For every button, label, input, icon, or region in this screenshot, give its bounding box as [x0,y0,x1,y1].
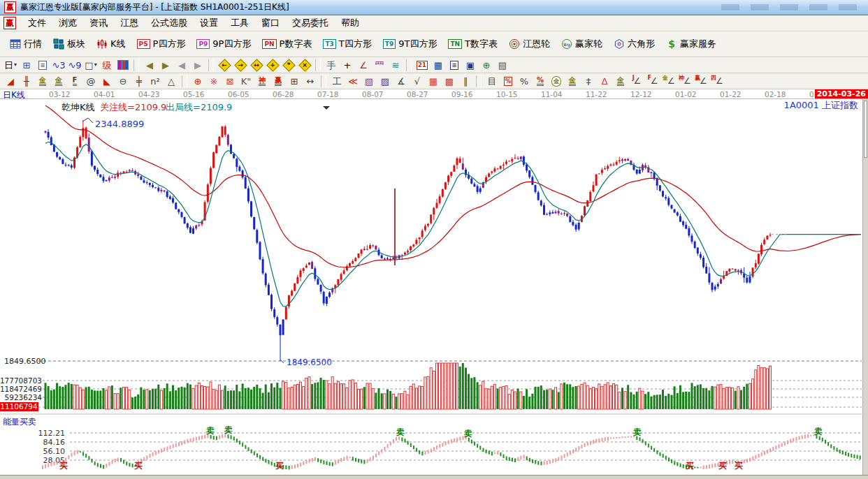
k-quote-button[interactable]: K" [238,74,254,88]
si-angle-button[interactable]: 四∠ [709,74,725,88]
nav-first-button[interactable]: ◀ [142,58,157,72]
red-grid-button[interactable]: ▦ [426,74,441,88]
volume-bar [639,388,641,409]
fan-button[interactable]: ≪ [345,74,361,88]
menu-1[interactable]: 浏览 [52,15,83,31]
menu-6[interactable]: 工具 [224,15,255,31]
t-square-button[interactable]: T3T四方形 [317,36,377,52]
gann-wheel-button[interactable]: 江恩轮 [503,36,556,52]
shen-angle-button[interactable]: 神∠ [677,74,693,88]
ying-button[interactable]: 赢 [270,74,286,88]
teal-wave-button[interactable]: ≋ [388,58,403,72]
ibeam-button[interactable]: 工 [329,74,345,88]
diamond-cross-button[interactable]: + [265,58,280,72]
percent-button[interactable]: % [516,74,532,88]
grid123-button[interactable]: ⊞ [287,74,302,88]
nav-next-button[interactable]: ▶ [190,58,205,72]
t-table-button[interactable]: TNT数字表 [442,36,503,52]
red-grid2-button[interactable]: ▩ [442,74,457,88]
angle-button[interactable]: ∠ [356,58,371,72]
triangle-button[interactable]: △ [164,74,179,88]
p-square-button[interactable]: PSP四方形 [131,36,191,52]
menu-3[interactable]: 江恩 [114,15,145,31]
f-comb-button[interactable]: F [67,74,82,88]
gold-line-button[interactable]: 金 [613,74,628,88]
wave3-button[interactable]: ∿3 [51,58,66,72]
brush2-button[interactable]: ◣ [99,74,115,88]
grid-target-button[interactable]: ⊠ [222,74,238,88]
circle-comb-button[interactable]: ⊖ [115,74,131,88]
f-angle-button[interactable]: F∠ [645,74,660,88]
purple-grid-button[interactable]: 罒 [372,58,387,72]
hand-button[interactable]: 手 [324,58,339,72]
kline-button[interactable]: K线 [91,36,131,52]
percent-line-button[interactable]: % [533,74,548,88]
comb-button[interactable]: ╫ [19,74,34,88]
gold-comb2-button[interactable]: 金 [51,74,66,88]
hexagon-button[interactable]: 六角形 [608,36,660,52]
menu-9[interactable]: 帮助 [335,15,366,31]
bottle-dropdown[interactable]: □ [83,58,99,72]
pattern-box-button[interactable]: ⊞ [19,58,34,72]
ying-angle-button[interactable]: 赢∠ [693,74,709,88]
wave-tri-button[interactable]: ∆ [597,74,612,88]
n2-button[interactable]: n² [147,74,163,88]
menu-4[interactable]: 公式选股 [145,15,194,31]
check-button[interactable]: √ [410,74,425,88]
sectors-button[interactable]: 板块 [48,36,91,52]
shen-comb-button[interactable]: 神 [254,74,270,88]
menu-0[interactable]: 文件 [22,15,52,31]
print-button[interactable]: ▤ [495,58,510,72]
grade-button[interactable]: 级 [99,58,115,72]
export-button[interactable]: ⊕ [479,58,494,72]
wave9-button[interactable]: ∿9 [67,58,82,72]
spiral-button[interactable]: @ [83,74,99,88]
diamond-right-button[interactable]: → [233,58,248,72]
9p-square-button[interactable]: P99P四方形 [191,36,256,52]
menu-8[interactable]: 交易委托 [286,15,335,31]
j-angle-button[interactable]: J∠ [629,74,644,88]
main-chart[interactable]: 1849.65001777087031184724695923623411106… [0,99,862,475]
calculator-button[interactable]: ▦ [431,58,446,72]
nav-last-button[interactable]: ▶ [158,58,173,72]
list-button[interactable]: ≡ [35,58,50,72]
diamond-lr-button[interactable]: ↔ [249,58,264,72]
save-button[interactable]: ▣ [463,58,478,72]
gold-lines-button[interactable]: 金 [565,74,580,88]
winner-wheel-button[interactable]: Big赢家轮 [556,36,608,52]
p-table-button[interactable]: PNP数字表 [256,36,317,52]
fan-box-button[interactable]: ▧ [361,74,377,88]
target-cross-button[interactable]: ⊕ [190,74,205,88]
diamond-burst-button[interactable]: × [297,58,312,72]
calendar-21-button[interactable]: 21 [414,58,430,72]
list-comb-button[interactable]: 目 [484,74,500,88]
gold-angle-button[interactable]: 金∠ [661,74,677,88]
gold-circle-button[interactable]: 金 [549,74,564,88]
scrollbar-thumb[interactable] [864,101,867,158]
gold-comb-button[interactable]: 金 [35,74,50,88]
nav-prev-button[interactable]: ◀ [174,58,189,72]
winner-service-button[interactable]: $赢家服务 [660,36,722,52]
9t-square-button[interactable]: T99T四方形 [377,36,443,52]
slashes-button[interactable]: ∥ [458,74,473,88]
flag-button[interactable]: ‡ [581,74,596,88]
percent-box-button[interactable]: % [500,74,516,88]
fan-box2-button[interactable]: ▨ [377,74,393,88]
brush-button[interactable]: ◢ [3,74,18,88]
menu-5[interactable]: 设置 [194,15,224,31]
market-quotes-button[interactable]: 行情 [4,36,48,52]
chart-scrollbar[interactable] [862,99,868,475]
diamond-left-button[interactable]: ← [217,58,232,72]
angle-fan-button[interactable]: ∡ [393,74,409,88]
diamond-star-button[interactable]: * [281,58,296,72]
menu-2[interactable]: 资讯 [83,15,114,31]
snowflake-button[interactable]: ※ [206,74,222,88]
span-button[interactable]: ↔ [303,74,318,88]
menu-7[interactable]: 窗口 [255,15,286,31]
notes-button[interactable]: ≡ [447,58,462,72]
crosshair-button[interactable]: + [340,58,355,72]
comb2-button[interactable]: ╪ [131,74,147,88]
titlebar[interactable]: 赢 赢家江恩专业版[赢家内部服务平台] - [上证指数 SH1A0001-251… [0,0,868,15]
period-day-dropdown[interactable]: 日 [3,58,18,72]
color-chart-button[interactable] [115,58,131,72]
